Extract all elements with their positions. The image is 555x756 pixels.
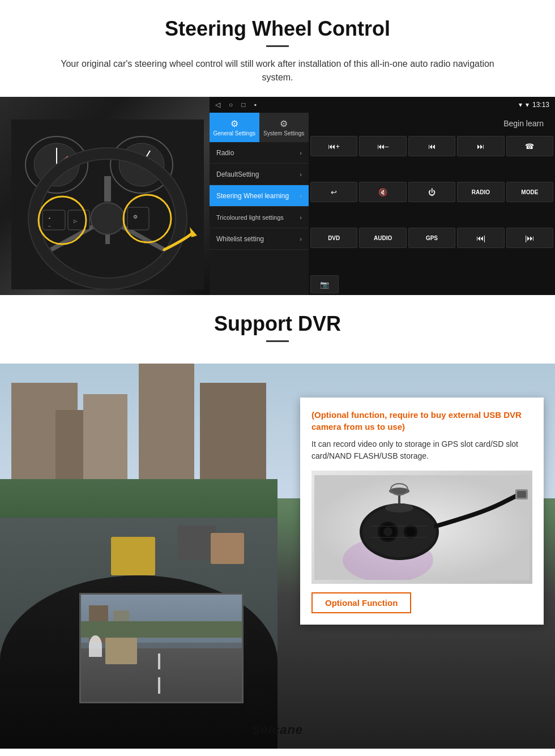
dvr-divider [266,340,289,342]
dvr-preview-inset [79,593,244,703]
menu-tricoloured-label: Tricoloured light settings [216,214,300,221]
ctrl-mute[interactable]: 🔇 [359,182,406,202]
steering-section: Steering Wheel Control Your original car… [0,0,555,84]
android-content: ⚙ General Settings ⚙ System Settings Rad… [210,113,555,295]
ctrl-power[interactable]: ⏻ [408,182,455,202]
svg-text:+: + [48,216,51,221]
android-ui: ◁ ○ □ ▪ ▾ ▾ 13:13 ⚙ General Settings ⚙ [210,97,555,295]
dvr-title-area: Support DVR [0,295,555,364]
svg-point-31 [383,527,392,536]
android-status-bar: ◁ ○ □ ▪ ▾ ▾ 13:13 [210,97,555,113]
menu-default-label: DefaultSetting [216,170,300,178]
nav-home-icon[interactable]: ○ [229,101,233,109]
ctrl-vol-down[interactable]: ⏮– [359,136,406,156]
steering-photo: + – ▷ ⚙ [0,97,210,295]
nav-camera-icon[interactable]: ▪ [254,101,257,109]
svg-point-28 [362,506,436,557]
page-title: Steering Wheel Control [23,17,532,41]
svg-point-33 [406,527,415,536]
ctrl-radio[interactable]: RADIO [457,182,504,202]
ctrl-audio[interactable]: AUDIO [359,228,406,248]
ctrl-dvd[interactable]: DVD [310,228,357,248]
menu-panel: ⚙ General Settings ⚙ System Settings Rad… [210,113,309,295]
svg-rect-15 [42,210,65,230]
menu-radio-chevron: › [300,150,302,156]
ctrl-gps[interactable]: GPS [408,228,455,248]
svg-rect-20 [127,207,149,230]
ctrl-prev-ch[interactable]: ⏮| [457,228,504,248]
svg-point-14 [91,203,125,234]
menu-radio-label: Radio [216,149,300,157]
begin-learn-row: Begin learn [309,113,555,134]
seicane-logo: Seicane [252,723,303,737]
ctrl-next-ch[interactable]: |⏭ [506,228,553,248]
general-settings-icon: ⚙ [230,118,238,129]
menu-steering-chevron: › [300,193,302,199]
menu-whitelist-chevron: › [300,236,302,242]
svg-rect-37 [517,491,526,498]
dvr-optional-text: (Optional function, require to buy exter… [311,409,532,433]
begin-learn-button[interactable]: Begin learn [498,117,549,130]
tab-system-label: System Settings [263,130,304,136]
tab-system[interactable]: ⚙ System Settings [259,113,309,142]
menu-item-whitelist[interactable]: Whitelist setting › [210,228,309,250]
menu-item-steering-learning[interactable]: Steering Wheel learning › [210,185,309,207]
ctrl-prev-track[interactable]: ⏮ [408,136,455,156]
button-panel: Begin learn ⏮+ ⏮– ⏮ ⏭ ☎ ↩ 🔇 ⏻ RADIO MODE [309,113,555,295]
dvr-description: It can record video only to storage in G… [311,438,532,462]
dvr-title: Support DVR [23,312,532,336]
settings-tabs: ⚙ General Settings ⚙ System Settings [210,113,309,142]
ctrl-mode[interactable]: MODE [506,182,553,202]
menu-default-chevron: › [300,171,302,178]
steering-subtitle: Your original car's steering wheel contr… [45,57,510,84]
tab-general-label: General Settings [214,130,256,136]
svg-text:⚙: ⚙ [133,214,138,220]
svg-text:▷: ▷ [74,219,78,224]
ctrl-extra[interactable]: 📷 [310,275,339,293]
system-settings-icon: ⚙ [280,118,288,129]
ctrl-next-track[interactable]: ⏭ [457,136,504,156]
nav-back-icon[interactable]: ◁ [215,101,220,109]
dvr-main: (Optional function, require to buy exter… [0,364,555,749]
menu-item-default[interactable]: DefaultSetting › [210,164,309,185]
menu-item-tricoloured[interactable]: Tricoloured light settings › [210,207,309,228]
ctrl-vol-up[interactable]: ⏮+ [310,136,357,156]
signal-icon: ▾ [519,101,522,109]
dvr-camera-svg [314,475,530,580]
menu-item-radio[interactable]: Radio › [210,142,309,164]
dvr-section: Support DVR [0,295,555,749]
svg-text:–: – [48,223,51,228]
wifi-icon: ▾ [526,101,529,109]
ctrl-hang-up[interactable]: ↩ [310,182,357,202]
ctrl-phone[interactable]: ☎ [506,136,553,156]
dvr-info-card: (Optional function, require to buy exter… [300,398,544,625]
title-divider [266,45,289,47]
steering-visual: + – ▷ ⚙ ◁ ○ □ ▪ ▾ ▾ [0,97,555,295]
nav-recent-icon[interactable]: □ [241,101,245,109]
optional-function-button[interactable]: Optional Function [311,592,411,613]
menu-tricoloured-chevron: › [300,214,302,221]
control-button-grid: ⏮+ ⏮– ⏮ ⏭ ☎ ↩ 🔇 ⏻ RADIO MODE DVD AUDIO G… [309,134,555,274]
svg-point-38 [385,503,413,512]
menu-steering-label: Steering Wheel learning [216,192,300,200]
status-time: 13:13 [532,101,549,109]
steering-wheel-svg: + – ▷ ⚙ [11,119,204,289]
dvr-camera-image [311,471,532,584]
svg-point-40 [389,488,409,494]
menu-whitelist-label: Whitelist setting [216,235,300,243]
tab-general[interactable]: ⚙ General Settings [210,113,259,142]
